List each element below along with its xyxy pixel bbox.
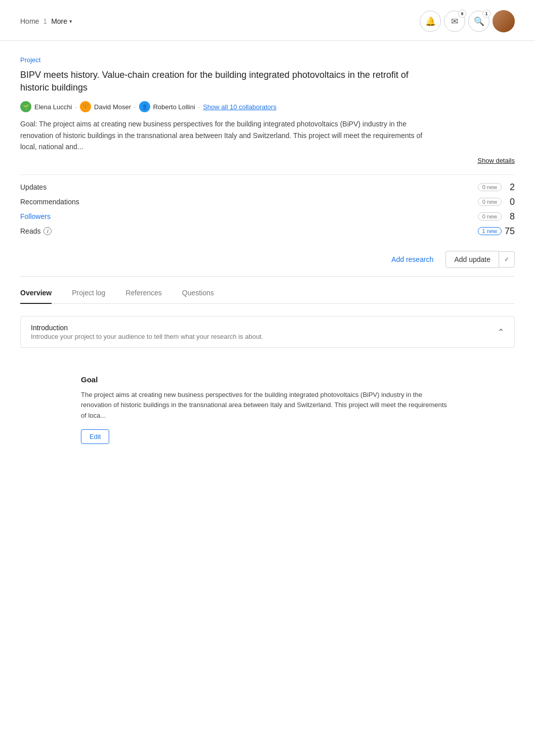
stat-row-reads: Reads i 1 new 75 — [20, 224, 515, 239]
stat-right-updates: 0 new 2 — [478, 182, 515, 193]
add-research-button[interactable]: Add research — [383, 251, 441, 268]
project-section-label: Project — [20, 56, 515, 64]
avatar[interactable] — [493, 10, 515, 32]
introduction-title: Introduction — [31, 324, 263, 332]
introduction-subtitle: Introduce your project to your audience … — [31, 333, 263, 340]
show-details-link[interactable]: Show details — [477, 157, 515, 164]
goal-section: Goal The project aims at creating new bu… — [20, 360, 515, 459]
search-badge: 1 — [482, 10, 491, 18]
bell-button[interactable]: 🔔 — [420, 11, 441, 32]
stat-left-updates: Updates — [20, 183, 47, 191]
stat-badge-updates: 0 new — [478, 183, 502, 191]
avatar-image — [493, 10, 515, 32]
stat-left-recommendations: Recommendations — [20, 198, 79, 206]
authors-row: 🌱 Elena Lucchi · 🏋 David Moser · 👤 Rober… — [20, 101, 515, 112]
project-title: BIPV meets history. Value-chain creation… — [20, 69, 435, 94]
stat-number-reads: 75 — [505, 226, 515, 237]
bell-icon: 🔔 — [425, 16, 436, 27]
collaborators-link[interactable]: Show all 10 collaborators — [203, 103, 276, 111]
stat-badge-reads: 1 new — [478, 227, 502, 235]
info-icon[interactable]: i — [43, 227, 52, 235]
stat-number-followers: 8 — [505, 211, 515, 222]
stats-section: Updates 0 new 2 Recommendations 0 new 0 … — [20, 180, 515, 239]
stat-number-updates: 2 — [505, 182, 515, 193]
stat-left-followers: Followers — [20, 212, 51, 220]
author-dot-2: · — [134, 103, 136, 111]
stat-row-recommendations: Recommendations 0 new 0 — [20, 195, 515, 209]
stat-badge-followers: 0 new — [478, 212, 502, 220]
nav-more-dropdown[interactable]: More ▾ — [51, 17, 72, 25]
stat-badge-recommendations: 0 new — [478, 198, 502, 206]
edit-button[interactable]: Edit — [81, 429, 109, 444]
nav-left: Home 1 More ▾ — [20, 17, 72, 25]
author-avatar-2: 🏋 — [80, 101, 91, 112]
stat-label-followers[interactable]: Followers — [20, 212, 51, 220]
goal-title: Goal — [81, 375, 454, 384]
author-dot-3: · — [198, 103, 200, 111]
chevron-down-icon: ▾ — [69, 18, 72, 25]
stat-row-followers: Followers 0 new 8 — [20, 209, 515, 224]
nav-home-link[interactable]: Home — [20, 17, 39, 25]
nav-right: 🔔 ✉ 6 🔍 1 — [420, 10, 515, 32]
stat-number-recommendations: 0 — [505, 197, 515, 207]
add-update-button[interactable]: Add update — [445, 251, 499, 268]
mail-icon: ✉ — [451, 16, 458, 27]
tab-questions[interactable]: Questions — [182, 289, 214, 304]
top-navigation: Home 1 More ▾ 🔔 ✉ 6 🔍 1 — [0, 0, 535, 41]
mail-button[interactable]: ✉ 6 — [444, 11, 465, 32]
introduction-header-left: Introduction Introduce your project to y… — [31, 324, 263, 340]
stat-right-reads: 1 new 75 — [478, 226, 515, 237]
author-avatar-3: 👤 — [139, 101, 150, 112]
introduction-header[interactable]: Introduction Introduce your project to y… — [21, 317, 514, 347]
author-avatar-1: 🌱 — [20, 101, 31, 112]
author-name-1[interactable]: Elena Lucchi — [34, 103, 72, 111]
stat-label-updates: Updates — [20, 183, 47, 191]
stat-label-recommendations: Recommendations — [20, 198, 79, 206]
search-icon: 🔍 — [474, 16, 484, 27]
search-button[interactable]: 🔍 1 — [468, 11, 489, 32]
stat-right-followers: 0 new 8 — [478, 211, 515, 222]
actions-row: Add research Add update ✓ — [20, 251, 515, 277]
author-name-3[interactable]: Roberto Lollini — [153, 103, 195, 111]
mail-badge: 6 — [458, 10, 466, 18]
stats-divider — [20, 174, 515, 175]
author-dot-1: · — [75, 103, 77, 111]
chevron-down-icon: ✓ — [504, 256, 509, 263]
stat-left-reads: Reads i — [20, 227, 52, 235]
stat-row-updates: Updates 0 new 2 — [20, 180, 515, 195]
stat-label-reads: Reads — [20, 227, 40, 235]
introduction-section: Introduction Introduce your project to y… — [20, 316, 515, 348]
nav-separator: 1 — [43, 17, 47, 25]
author-name-2[interactable]: David Moser — [94, 103, 131, 111]
tab-overview[interactable]: Overview — [20, 289, 52, 304]
tab-project-log[interactable]: Project log — [72, 289, 105, 304]
goal-text: The project aims at creating new busines… — [81, 390, 454, 421]
tabs-row: Overview Project log References Question… — [20, 289, 515, 304]
collapse-icon[interactable]: ⌃ — [498, 327, 504, 337]
add-update-chevron-button[interactable]: ✓ — [499, 251, 515, 268]
main-content: Project BIPV meets history. Value-chain … — [0, 41, 535, 474]
stat-right-recommendations: 0 new 0 — [478, 197, 515, 207]
show-details-container: Show details — [20, 157, 515, 164]
project-description: Goal: The project aims at creating new b… — [20, 118, 435, 152]
nav-more-label: More — [51, 17, 67, 25]
tab-references[interactable]: References — [125, 289, 162, 304]
